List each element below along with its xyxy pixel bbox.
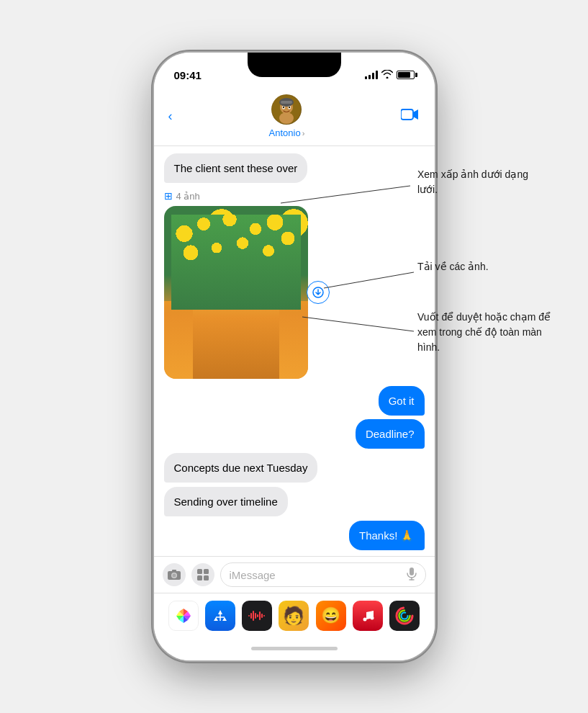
svg-rect-31 (261, 614, 263, 618)
status-time: 09:41 (174, 69, 202, 81)
signal-icon (365, 71, 378, 79)
svg-rect-8 (281, 101, 292, 104)
music-icon[interactable] (353, 601, 383, 631)
stickers-icon[interactable]: 😄 (316, 601, 346, 631)
svg-rect-29 (257, 614, 258, 617)
contact-avatar (271, 94, 302, 125)
photos-count-label: ⊞ 4 ảnh (164, 190, 322, 202)
svg-point-5 (283, 107, 284, 108)
voice-memos-icon[interactable] (242, 601, 272, 631)
contact-info[interactable]: Antonio › (269, 94, 305, 138)
grid-icon: ⊞ (164, 190, 173, 202)
sent-messages-group: Got it Deadline? (164, 386, 425, 449)
svg-rect-14 (172, 570, 176, 572)
annotation-swipe: Vuốt để duyệt hoặc chạm để xem trong chế… (417, 310, 554, 355)
camera-button[interactable] (163, 563, 186, 586)
svg-point-2 (279, 112, 294, 124)
photos-app-icon[interactable] (168, 601, 199, 631)
svg-rect-27 (253, 611, 254, 621)
contact-name[interactable]: Antonio › (269, 127, 305, 138)
mic-icon[interactable] (407, 568, 417, 583)
message-header: ‹ (154, 89, 435, 146)
svg-point-34 (370, 616, 374, 620)
message-bubble: The client sent these over (164, 153, 308, 183)
imessage-input[interactable]: iMessage (220, 562, 426, 587)
photos-message[interactable]: ⊞ 4 ảnh (164, 190, 322, 379)
photo-content (164, 206, 308, 379)
apps-button[interactable] (191, 563, 214, 586)
photo-main[interactable] (164, 206, 308, 379)
download-button[interactable] (307, 281, 330, 304)
phone-frame: 09:41 ‹ (154, 53, 435, 660)
battery-icon (397, 71, 415, 79)
message-bubble-got-it: Got it (379, 386, 425, 416)
messages-list: The client sent these over ⊞ 4 ảnh (154, 146, 435, 556)
svg-rect-28 (255, 613, 256, 619)
annotation-download: Tải về các ảnh. (417, 259, 533, 274)
input-bar: iMessage (154, 556, 435, 593)
home-indicator-area (154, 645, 435, 660)
svg-rect-25 (248, 615, 250, 616)
wifi-icon (381, 70, 393, 81)
svg-rect-32 (263, 615, 265, 616)
svg-point-13 (172, 574, 176, 578)
status-icons (365, 70, 415, 81)
message-bubble-timeline: Sending over timeline (164, 487, 288, 516)
svg-point-6 (289, 107, 290, 108)
svg-rect-17 (197, 575, 202, 580)
svg-point-33 (363, 618, 366, 622)
svg-point-37 (401, 613, 407, 619)
svg-rect-26 (250, 613, 252, 619)
message-bubble-deadline: Deadline? (356, 419, 425, 449)
svg-rect-19 (410, 568, 414, 575)
message-bubble-thanks: Thanks! 🙏 (349, 521, 425, 550)
back-button[interactable]: ‹ (168, 109, 173, 124)
svg-rect-18 (204, 575, 209, 580)
notch (248, 53, 341, 77)
annotation-grid-view: Xem xấp ảnh dưới dạng lưới. (417, 167, 547, 197)
video-call-button[interactable] (401, 108, 420, 125)
svg-rect-15 (197, 569, 202, 574)
svg-rect-16 (204, 569, 209, 574)
home-indicator (251, 647, 338, 650)
photo-stack-wrapper[interactable] (164, 206, 308, 379)
fitness-icon[interactable] (389, 601, 420, 631)
svg-rect-30 (259, 611, 261, 620)
app-tray: 🧑 😄 (154, 593, 435, 645)
svg-rect-9 (401, 109, 413, 120)
memoji-icon[interactable]: 🧑 (279, 601, 309, 631)
app-store-icon[interactable] (205, 601, 235, 631)
message-bubble-concepts: Concepts due next Tuesday (164, 453, 318, 483)
